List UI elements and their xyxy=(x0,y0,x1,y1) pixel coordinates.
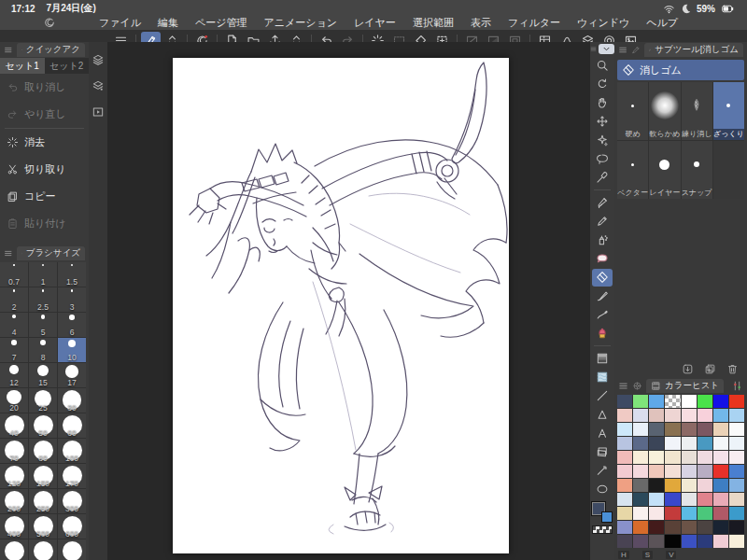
color-swatch[interactable] xyxy=(617,493,632,506)
color-swatch[interactable] xyxy=(665,437,680,450)
color-swatch[interactable] xyxy=(633,409,648,422)
transparent-color-swatch[interactable] xyxy=(592,525,613,534)
brush-size-3[interactable]: 3 xyxy=(58,287,86,312)
color-swatch[interactable] xyxy=(729,409,744,422)
quick-access-set-tab-1[interactable]: セット1 xyxy=(0,58,45,74)
tool-decoration[interactable] xyxy=(592,325,613,343)
color-swatch[interactable] xyxy=(665,521,680,534)
color-swatch[interactable] xyxy=(617,465,632,478)
color-swatch[interactable] xyxy=(713,395,728,408)
brush-size-25[interactable]: 25 xyxy=(29,388,57,413)
trash-icon[interactable] xyxy=(726,363,739,375)
inactive-tool-tab-icon[interactable] xyxy=(631,45,641,55)
subtool-硬め[interactable]: 硬め xyxy=(617,82,648,140)
menu-item-3[interactable]: アニメーション xyxy=(264,16,338,30)
tool-eraser[interactable] xyxy=(592,269,613,287)
color-swatch[interactable] xyxy=(698,507,712,520)
color-swatch[interactable] xyxy=(682,479,697,492)
brush-size-80[interactable]: 80 xyxy=(29,439,57,463)
color-swatch[interactable] xyxy=(649,521,664,534)
brush-size-17[interactable]: 17 xyxy=(58,363,86,387)
brush-size-600[interactable]: 600 xyxy=(58,514,86,539)
color-swatch[interactable] xyxy=(649,465,664,478)
color-swatch[interactable] xyxy=(682,395,697,408)
tool-pen[interactable] xyxy=(592,194,613,212)
tool-strip-menu-icon[interactable] xyxy=(590,45,597,53)
tool-lasso[interactable] xyxy=(592,150,613,168)
color-swatch[interactable] xyxy=(649,409,664,422)
color-swatch[interactable] xyxy=(698,479,712,492)
color-swatch[interactable] xyxy=(633,479,648,492)
color-swatch[interactable] xyxy=(713,437,728,450)
brush-size-7[interactable]: 7 xyxy=(0,338,28,362)
color-swatch[interactable] xyxy=(617,507,632,520)
color-swatch[interactable] xyxy=(698,451,712,464)
color-swatch[interactable] xyxy=(633,535,648,548)
color-swatch[interactable] xyxy=(682,493,697,506)
subtool-練り消し[interactable]: 練り消し xyxy=(682,82,712,140)
brush-size-1[interactable]: 1 xyxy=(29,262,57,287)
register-icon[interactable] xyxy=(682,363,694,375)
duplicate-icon[interactable] xyxy=(704,363,716,375)
subtool-ざっくり[interactable]: ざっくり xyxy=(713,82,744,140)
tool-figure[interactable] xyxy=(592,406,613,424)
brush-size-70[interactable]: 70 xyxy=(0,439,28,463)
brush-size-8[interactable]: 8 xyxy=(29,338,57,362)
brush-size-12[interactable]: 12 xyxy=(0,363,28,387)
timeline-panel-icon[interactable] xyxy=(92,105,105,119)
tool-balloon-ellipse[interactable] xyxy=(592,481,613,498)
color-swatch[interactable] xyxy=(729,451,744,464)
brush-size-10[interactable]: 10 xyxy=(58,338,86,362)
color-swatch[interactable] xyxy=(682,465,697,478)
canvas[interactable] xyxy=(173,58,509,553)
color-swatch[interactable] xyxy=(665,493,680,506)
color-swatch[interactable] xyxy=(665,507,680,520)
color-swatch[interactable] xyxy=(649,451,664,464)
color-swatch[interactable] xyxy=(698,521,712,534)
brush-size-15[interactable]: 15 xyxy=(29,363,57,387)
color-swatch[interactable] xyxy=(665,535,680,548)
color-swatch[interactable] xyxy=(713,451,728,464)
tool-straight-line[interactable] xyxy=(592,387,613,405)
color-swatch[interactable] xyxy=(682,451,697,464)
tool-strip-collapse-button[interactable] xyxy=(599,44,614,54)
color-swatch[interactable] xyxy=(682,507,697,520)
tool-brush[interactable] xyxy=(592,287,613,305)
brush-size-2[interactable]: 2 xyxy=(0,287,28,312)
brush-size-0.7[interactable]: 0.7 xyxy=(0,262,28,287)
brush-size-partial[interactable] xyxy=(29,539,57,560)
color-swatch[interactable] xyxy=(682,409,697,422)
menu-item-5[interactable]: 選択範囲 xyxy=(413,16,454,30)
color-swatch[interactable] xyxy=(698,493,712,506)
color-swatch[interactable] xyxy=(713,521,728,534)
color-swatch[interactable] xyxy=(698,409,712,422)
color-swatch[interactable] xyxy=(649,479,664,492)
tool-pencil[interactable] xyxy=(592,213,613,231)
color-swatch[interactable] xyxy=(713,535,728,548)
brush-size-50[interactable]: 50 xyxy=(29,413,57,438)
tool-airbrush[interactable] xyxy=(592,231,613,249)
color-wheel-tab-icon[interactable] xyxy=(632,381,642,391)
subtool-group-eraser[interactable]: 消しゴム xyxy=(617,60,744,80)
color-swatch[interactable] xyxy=(633,493,648,506)
subtool-レイヤー[interactable]: レイヤー xyxy=(649,141,680,199)
brush-size-300[interactable]: 300 xyxy=(58,489,86,513)
color-sliders-icon[interactable] xyxy=(731,380,743,392)
brush-size-120[interactable]: 120 xyxy=(0,464,28,488)
color-swatch[interactable] xyxy=(633,465,648,478)
color-swatch[interactable] xyxy=(617,409,632,422)
brush-size-250[interactable]: 250 xyxy=(29,489,57,513)
brush-size-1.5[interactable]: 1.5 xyxy=(58,262,86,287)
color-swatch[interactable] xyxy=(633,451,648,464)
color-swatch[interactable] xyxy=(665,395,680,408)
color-swatch[interactable] xyxy=(698,437,712,450)
color-swatch[interactable] xyxy=(617,451,632,464)
quick-access-消去[interactable]: 消去 xyxy=(0,129,89,156)
subtool-ベクター[interactable]: ベクター xyxy=(617,141,648,199)
layers-panel-icon[interactable] xyxy=(92,53,105,66)
panel-menu-icon[interactable] xyxy=(4,45,13,55)
brush-size-60[interactable]: 60 xyxy=(58,413,86,438)
menu-item-1[interactable]: 編集 xyxy=(158,16,178,30)
color-swatch[interactable] xyxy=(649,423,664,436)
tool-correction-line[interactable] xyxy=(592,462,613,480)
